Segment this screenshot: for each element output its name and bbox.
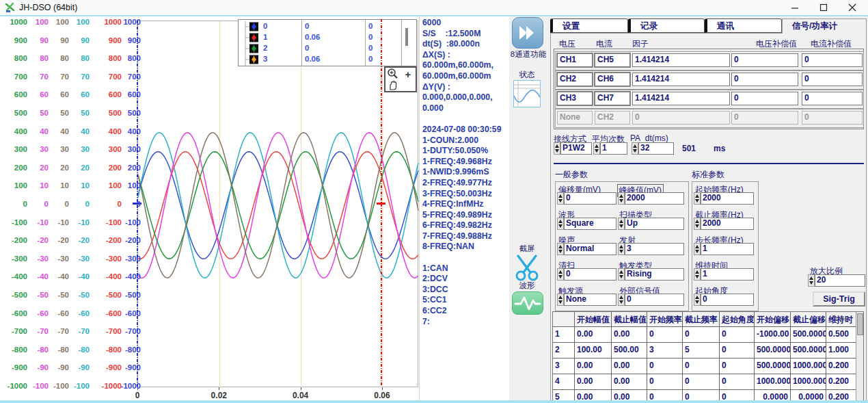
standard-param-spinner[interactable]: 0: [694, 294, 754, 306]
spinner-arrows[interactable]: [557, 192, 564, 205]
segment-cell[interactable]: 0: [647, 359, 683, 374]
channel-current-field[interactable]: CH5: [595, 53, 630, 67]
spinner-arrows[interactable]: [694, 243, 701, 255]
standard-param-spinner-value[interactable]: 1: [701, 268, 754, 281]
standard-param-spinner[interactable]: 2000: [694, 218, 754, 230]
general-param-spinner-value[interactable]: 0: [564, 192, 616, 205]
general-param-spinner-value[interactable]: 2000: [625, 192, 684, 205]
cursor-blue[interactable]: [137, 21, 138, 387]
spinner-arrows[interactable]: [593, 142, 600, 155]
spinner-arrows[interactable]: [618, 192, 625, 205]
channel-voltage-field[interactable]: CH3: [557, 92, 593, 105]
general-param-spinner[interactable]: Up: [618, 218, 684, 230]
segment-cell[interactable]: 0.0000: [791, 390, 826, 401]
segment-cell[interactable]: 500.00: [612, 343, 647, 359]
segment-cell[interactable]: 0.00: [612, 374, 647, 390]
segment-cell[interactable]: 500.0000: [791, 343, 826, 359]
general-param-spinner[interactable]: Normal: [557, 243, 616, 255]
standard-param-spinner[interactable]: 1: [694, 243, 754, 255]
average-count-spinner[interactable]: 1: [593, 142, 627, 155]
legend-row[interactable]: 000: [239, 21, 416, 32]
spinner-up-icon[interactable]: [695, 245, 699, 248]
legend-row[interactable]: 200: [239, 43, 416, 54]
spinner-arrows[interactable]: [557, 243, 564, 255]
segment-cell[interactable]: 500.0000: [755, 343, 791, 359]
spinner-arrows[interactable]: [618, 243, 625, 255]
tab-settings[interactable]: 设置: [550, 18, 628, 33]
general-param-spinner-value[interactable]: 3: [625, 243, 684, 255]
segment-cell[interactable]: 1: [553, 327, 575, 343]
standard-param-spinner-value[interactable]: 1: [701, 243, 754, 255]
channel-current-field[interactable]: CH6: [595, 73, 630, 86]
channel-current-field[interactable]: CH7: [595, 92, 630, 105]
wiring-mode-spinner-value[interactable]: P1W2: [560, 142, 592, 155]
segment-cell[interactable]: 1000.000: [755, 374, 791, 390]
standard-param-spinner-value[interactable]: 0: [701, 294, 754, 306]
spinner-arrows[interactable]: [618, 294, 625, 306]
spinner-down-icon[interactable]: [558, 199, 562, 203]
segment-cell[interactable]: 0: [720, 327, 755, 343]
spinner-arrows[interactable]: [557, 294, 564, 306]
channel-i_comp-field[interactable]: 0: [802, 92, 863, 105]
general-param-spinner-value[interactable]: Up: [625, 218, 684, 230]
spinner-arrows[interactable]: [557, 218, 564, 230]
general-param-spinner-value[interactable]: None: [564, 294, 616, 306]
segment-cell[interactable]: 0.00: [575, 374, 612, 390]
spinner-down-icon[interactable]: [619, 199, 623, 203]
segment-cell[interactable]: 100.00: [575, 343, 612, 359]
spinner-arrows[interactable]: [557, 268, 564, 281]
spinner-up-icon[interactable]: [558, 270, 562, 274]
standard-param-spinner-value[interactable]: 2000: [701, 192, 754, 205]
spinner-up-icon[interactable]: [695, 270, 699, 274]
segment-cell[interactable]: 0.00: [612, 327, 647, 343]
standard-param-spinner[interactable]: 1: [694, 268, 754, 281]
spinner-down-icon[interactable]: [695, 300, 699, 304]
segment-cell[interactable]: 1.000: [826, 343, 858, 359]
segment-cell[interactable]: 0.200: [826, 390, 858, 401]
spinner-up-icon[interactable]: [633, 144, 637, 148]
segment-cell[interactable]: 0.200: [826, 359, 858, 374]
cursor-red[interactable]: [381, 19, 382, 387]
segment-cell[interactable]: 0.00: [575, 359, 612, 374]
segment-cell[interactable]: 0: [720, 343, 755, 359]
general-param-spinner-value[interactable]: Normal: [564, 243, 616, 255]
minimize-button[interactable]: [785, 1, 805, 14]
segment-table-scrollbar[interactable]: [856, 312, 863, 401]
screenshot-button[interactable]: [513, 253, 541, 282]
maximize-button[interactable]: [813, 1, 834, 14]
zoom-scale-spinner-value[interactable]: 20: [815, 274, 865, 287]
spinner-down-icon[interactable]: [595, 149, 599, 153]
segment-cell[interactable]: 0.0000: [755, 390, 791, 401]
segment-cell[interactable]: 5: [683, 343, 720, 359]
spinner-down-icon[interactable]: [695, 199, 699, 203]
spinner-down-icon[interactable]: [558, 275, 562, 278]
segment-cell[interactable]: 0.00: [612, 359, 647, 374]
channel-factor-field[interactable]: 1.414214: [632, 53, 730, 67]
spinner-down-icon[interactable]: [619, 300, 623, 304]
status-thumbnail-button[interactable]: [513, 80, 541, 107]
pa-dt-spinner[interactable]: 32: [632, 142, 674, 155]
spinner-down-icon[interactable]: [558, 224, 562, 228]
spinner-arrows[interactable]: [618, 268, 625, 281]
segment-cell[interactable]: 0.00: [575, 390, 612, 401]
spinner-down-icon[interactable]: [695, 224, 699, 228]
segment-cell[interactable]: 0: [720, 374, 755, 390]
segment-cell[interactable]: 500.0000: [791, 327, 826, 343]
spinner-arrows[interactable]: [618, 218, 625, 230]
legend-row[interactable]: 10.060: [239, 32, 416, 43]
general-param-spinner-value[interactable]: Rising: [625, 268, 684, 281]
zoom-scale-spinner[interactable]: 20: [808, 274, 865, 287]
segment-cell[interactable]: 0: [647, 374, 683, 390]
segment-cell[interactable]: 3: [647, 343, 683, 359]
channel-voltage-field[interactable]: CH1: [557, 53, 593, 67]
spinner-arrows[interactable]: [694, 218, 701, 230]
segment-cell[interactable]: 0: [683, 327, 720, 343]
general-param-spinner-value[interactable]: Square: [564, 218, 616, 230]
segment-cell[interactable]: 0: [647, 390, 683, 401]
spinner-up-icon[interactable]: [619, 270, 623, 274]
segment-cell[interactable]: 0: [720, 390, 755, 401]
channel-voltage-field[interactable]: CH2: [557, 73, 593, 86]
general-param-spinner[interactable]: Square: [557, 218, 616, 230]
scrollbar-thumb[interactable]: [857, 313, 863, 335]
segment-cell[interactable]: 5: [553, 390, 575, 401]
